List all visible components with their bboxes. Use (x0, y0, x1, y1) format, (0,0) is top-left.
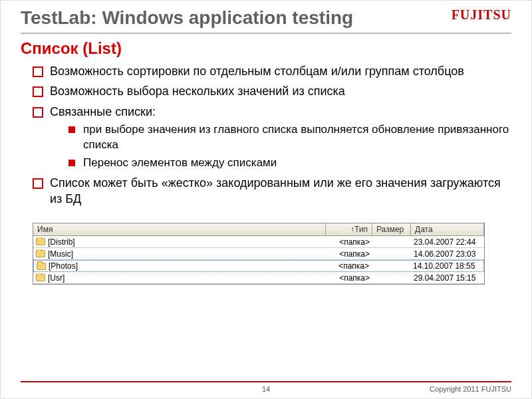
folder-icon (36, 238, 45, 245)
file-list: Имя ↑Тип Размер Дата [Distrib] <папка> 2… (33, 223, 485, 285)
folder-icon (37, 263, 46, 270)
table-row[interactable]: [Usr] <папка> 29.04.2007 15:15 (33, 272, 484, 284)
page-number: 14 (262, 385, 270, 393)
table-row[interactable]: [Photos] <папка> 14.10.2007 18:55 (33, 260, 484, 272)
bullet-text: Список может быть «жестко» закодированны… (50, 176, 501, 205)
bullet-item: Связанные списки: при выборе значения из… (33, 104, 511, 171)
footer: 14 Copyright 2011 FUJITSU (21, 381, 511, 393)
bullet-item: Список может быть «жестко» закодированны… (33, 175, 511, 207)
sub-bullet: при выборе значения из главного списка в… (68, 122, 511, 153)
sub-list: при выборе значения из главного списка в… (50, 122, 511, 171)
bullet-item: Возможность сортировки по отдельным стол… (33, 63, 511, 79)
slide: TestLab: Windows application testing FUJ… (0, 0, 532, 399)
bullet-text: Возможность выбора нескольких значений и… (50, 84, 345, 98)
table-row[interactable]: [Music] <папка> 14.06.2007 23:03 (33, 248, 484, 260)
table-header: Имя ↑Тип Размер Дата (33, 223, 484, 236)
section-heading: Список (List) (21, 39, 511, 58)
col-name[interactable]: Имя (33, 223, 326, 235)
header: TestLab: Windows application testing FUJ… (21, 7, 511, 34)
folder-icon (36, 250, 45, 257)
bullet-text: Связанные списки: (50, 105, 156, 118)
slide-title: TestLab: Windows application testing (21, 7, 353, 29)
copyright: Copyright 2011 FUJITSU (430, 385, 511, 393)
bullet-list: Возможность сортировки по отдельным стол… (21, 63, 511, 207)
col-size[interactable]: Размер (372, 223, 411, 235)
sub-bullet: Перенос элементов между списками (68, 156, 511, 171)
col-date[interactable]: Дата (411, 223, 484, 235)
fujitsu-logo: FUJITSU (452, 7, 511, 23)
bullet-item: Возможность выбора нескольких значений и… (33, 83, 511, 99)
col-type[interactable]: ↑Тип (326, 223, 372, 235)
table-row[interactable]: [Distrib] <папка> 23.04.2007 22:44 (33, 236, 484, 248)
bullet-text: Возможность сортировки по отдельным стол… (50, 65, 464, 78)
folder-icon (36, 274, 45, 281)
